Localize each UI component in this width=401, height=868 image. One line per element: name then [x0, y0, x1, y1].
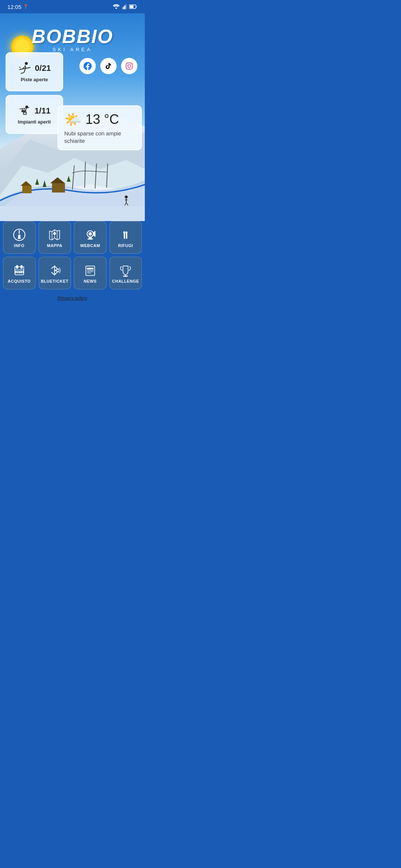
- svg-rect-67: [16, 265, 18, 269]
- svg-rect-6: [130, 6, 134, 8]
- acquisto-button[interactable]: TICKET ACQUISTO: [3, 257, 36, 289]
- tiktok-button[interactable]: [100, 58, 117, 74]
- privacy-policy-section: Privacy policy: [3, 292, 142, 306]
- svg-rect-45: [18, 235, 20, 238]
- svg-rect-2: [124, 6, 124, 9]
- facebook-button[interactable]: [79, 58, 96, 74]
- svg-point-22: [125, 195, 128, 198]
- svg-rect-1: [123, 7, 123, 9]
- news-label: NEWS: [84, 279, 97, 283]
- svg-line-39: [25, 109, 25, 110]
- bluetooth-icon: [48, 264, 61, 277]
- info-icon: i: [13, 228, 26, 241]
- svg-rect-68: [20, 265, 22, 269]
- logo-subtitle: SKI AREA: [0, 47, 145, 52]
- location-icon: 📍: [23, 4, 29, 9]
- wifi-icon: [113, 4, 120, 9]
- svg-rect-40: [22, 110, 26, 112]
- svg-text:TICKET: TICKET: [14, 271, 24, 273]
- weather-description: Nubi sparse con ampie schiarite: [64, 130, 135, 144]
- rifugi-button[interactable]: RIFUGI: [110, 221, 142, 254]
- piste-label: Piste aperte: [21, 77, 48, 82]
- svg-rect-4: [126, 4, 127, 9]
- weather-card[interactable]: 🌤️ 13 °C Nubi sparse con ampie schiarite: [58, 105, 142, 150]
- webcam-button[interactable]: WEBCAM: [74, 221, 107, 254]
- piste-count: 0/21: [35, 63, 51, 73]
- nav-row-1: i INFO MAPPA: [3, 221, 142, 254]
- svg-rect-53: [89, 237, 91, 239]
- svg-point-29: [131, 64, 131, 65]
- impianti-count: 1/11: [35, 106, 50, 116]
- svg-text:NEWS: NEWS: [87, 267, 94, 270]
- logo-text: BOBBIO: [0, 27, 145, 46]
- blueticket-button[interactable]: BLUETICKET: [39, 257, 71, 289]
- svg-point-0: [115, 7, 117, 9]
- privacy-policy-link[interactable]: Privacy policy: [58, 295, 87, 301]
- challenge-button[interactable]: CHALLENGE: [110, 257, 142, 289]
- svg-line-36: [19, 67, 21, 68]
- weather-temperature: 13 °C: [85, 112, 119, 127]
- svg-rect-11: [22, 186, 32, 193]
- status-icons: [113, 4, 137, 9]
- bottom-navigation: i INFO MAPPA: [0, 221, 145, 309]
- impianti-label: Impianti aperti: [18, 119, 51, 125]
- svg-point-52: [89, 232, 92, 236]
- header-logo: BOBBIO SKI AREA: [0, 27, 145, 52]
- svg-rect-46: [18, 238, 21, 239]
- impianti-card[interactable]: 1/11 Impianti aperti: [6, 95, 63, 134]
- blueticket-label: BLUETICKET: [41, 279, 69, 283]
- webcam-label: WEBCAM: [80, 243, 100, 248]
- info-label: INFO: [14, 243, 25, 248]
- trophy-icon: [119, 264, 132, 277]
- svg-rect-54: [88, 239, 93, 239]
- social-icons-container: [79, 58, 137, 74]
- battery-icon: [129, 4, 137, 9]
- challenge-label: CHALLENGE: [112, 279, 139, 283]
- status-time: 12:05 📍: [7, 4, 29, 10]
- news-button[interactable]: NEWS NEWS: [74, 257, 107, 289]
- svg-point-30: [25, 62, 28, 65]
- news-icon: NEWS: [84, 264, 97, 277]
- svg-rect-27: [126, 63, 133, 69]
- skier-icon: [18, 61, 32, 75]
- mappa-label: MAPPA: [47, 243, 62, 248]
- svg-line-72: [52, 272, 55, 275]
- mappa-button[interactable]: MAPPA: [39, 221, 71, 254]
- instagram-button[interactable]: [121, 58, 137, 74]
- svg-line-33: [21, 72, 24, 73]
- svg-rect-3: [125, 5, 125, 9]
- status-bar: 12:05 📍: [0, 0, 145, 13]
- ticket-icon: TICKET: [13, 264, 26, 277]
- chairlift-icon: [18, 104, 32, 118]
- svg-rect-13: [52, 183, 65, 193]
- svg-line-32: [24, 68, 26, 73]
- weather-icon: 🌤️: [64, 111, 82, 128]
- map-icon: [48, 228, 61, 241]
- rifugi-icon: [119, 228, 132, 241]
- hero-section: BOBBIO SKI AREA: [0, 13, 145, 221]
- rifugi-label: RIFUGI: [118, 243, 133, 248]
- signal-icon: [122, 4, 127, 9]
- svg-line-71: [52, 266, 55, 269]
- svg-point-28: [128, 65, 131, 68]
- info-button[interactable]: i INFO: [3, 221, 36, 254]
- nav-row-2: TICKET ACQUISTO BLUETICKET NEWS: [3, 257, 142, 289]
- acquisto-label: ACQUISTO: [8, 279, 31, 283]
- svg-rect-79: [123, 276, 128, 276]
- webcam-icon: [84, 228, 97, 241]
- piste-card[interactable]: 0/21 Piste aperte: [6, 52, 63, 91]
- svg-text:i: i: [19, 230, 20, 235]
